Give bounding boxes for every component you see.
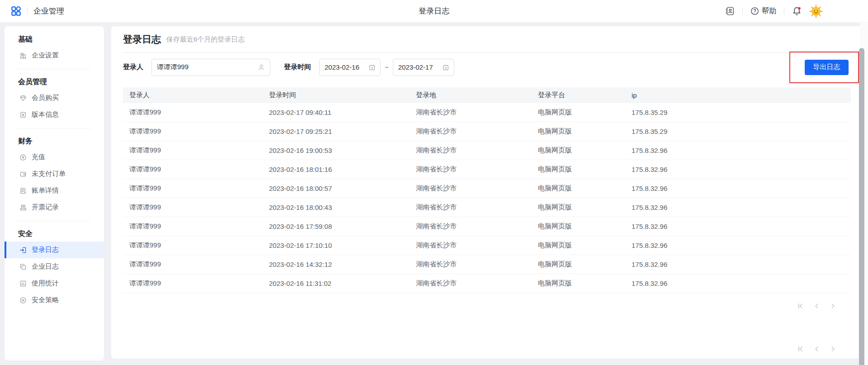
- sidebar-item-label: 企业设置: [32, 51, 59, 60]
- sidebar-item-membership-diamond[interactable]: 会员购买: [5, 90, 104, 106]
- date-start-input[interactable]: [319, 59, 381, 76]
- topbar-divider: [742, 8, 743, 14]
- table-cell: 电脑网页版: [538, 222, 632, 231]
- table-cell: 175.8.32.96: [632, 204, 851, 211]
- table-cell: 175.8.32.96: [632, 223, 851, 230]
- calendar-icon: [443, 64, 449, 71]
- filter-bar: 登录人 登录时间 ~: [123, 53, 851, 81]
- sidebar-item-company-log[interactable]: 企业日志: [5, 258, 104, 275]
- column-header: 登录平台: [538, 91, 632, 100]
- table-row: 谭谭谭9992023-02-16 18:01:16湖南省长沙市电脑网页版175.…: [123, 160, 851, 179]
- main-panel: 登录日志 保存最近6个月的登录日志 登录人 登录时间 ~: [111, 26, 863, 359]
- table-cell: 谭谭谭999: [123, 127, 269, 136]
- table-cell: 谭谭谭999: [123, 165, 269, 174]
- date-start-field[interactable]: [325, 63, 369, 71]
- sidebar-item-login-log[interactable]: 登录日志: [5, 242, 104, 258]
- table-row: 谭谭谭9992023-02-16 14:32:12湖南省长沙市电脑网页版175.…: [123, 255, 851, 274]
- next-page-icon[interactable]: [830, 346, 836, 352]
- sidebar-item-version-info[interactable]: 版本信息: [5, 106, 104, 123]
- table-cell: 电脑网页版: [538, 203, 632, 212]
- sidebar-item-usage-stats[interactable]: 使用统计: [5, 275, 104, 292]
- sidebar-item-bill-details[interactable]: 账单详情: [5, 182, 104, 199]
- table-header: 登录人登录时间登录地登录平台ip: [123, 87, 851, 103]
- page-title: 登录日志: [123, 33, 161, 46]
- help-icon: [750, 7, 759, 15]
- table-cell: 2023-02-16 18:01:16: [269, 166, 416, 173]
- scrollbar-thumb[interactable]: [859, 48, 864, 365]
- main-header: 登录日志 保存最近6个月的登录日志: [123, 26, 851, 53]
- table-cell: 2023-02-16 17:59:08: [269, 223, 416, 230]
- table-cell: 谭谭谭999: [123, 222, 269, 231]
- sidebar-item-label: 安全策略: [32, 296, 59, 304]
- table-cell: 175.8.32.96: [632, 185, 851, 192]
- sidebar-item-invoice-records[interactable]: 开票记录: [5, 199, 104, 216]
- first-page-icon[interactable]: [797, 346, 804, 352]
- table-cell: 谭谭谭999: [123, 260, 269, 269]
- scrollbar-track[interactable]: [860, 23, 868, 365]
- table-row: 谭谭谭9992023-02-16 11:31:02湖南省长沙市电脑网页版175.…: [123, 274, 851, 293]
- table-cell: 2023-02-16 19:00:53: [269, 147, 416, 154]
- login-time-label: 登录时间: [284, 63, 311, 71]
- first-page-icon[interactable]: [797, 303, 804, 309]
- topbar-page-title: 登录日志: [419, 6, 449, 16]
- table-cell: 2023-02-16 18:00:57: [269, 185, 416, 192]
- login-log-table: 登录人登录时间登录地登录平台ip 谭谭谭9992023-02-17 09:40:…: [123, 87, 851, 293]
- column-header: 登录时间: [269, 91, 416, 100]
- usage-stats-icon: [19, 280, 27, 287]
- sidebar-item-recharge[interactable]: 充值: [5, 149, 104, 166]
- table-cell: 电脑网页版: [538, 184, 632, 193]
- notification-dot: [798, 7, 801, 9]
- column-header: ip: [632, 91, 851, 99]
- sidebar-section-heading: 财务: [5, 133, 104, 149]
- table-cell: 湖南省长沙市: [416, 222, 538, 231]
- table-cell: 谭谭谭999: [123, 108, 269, 117]
- table-cell: 湖南省长沙市: [416, 203, 538, 212]
- table-cell: 谭谭谭999: [123, 203, 269, 212]
- sidebar-item-unpaid-orders[interactable]: 未支付订单: [5, 166, 104, 182]
- page-subtitle: 保存最近6个月的登录日志: [166, 35, 245, 44]
- sidebar-section-heading: 会员管理: [5, 74, 104, 90]
- table-cell: 湖南省长沙市: [416, 108, 538, 117]
- login-user-field[interactable]: [157, 63, 258, 71]
- prev-page-icon[interactable]: [813, 346, 820, 352]
- avatar[interactable]: [809, 5, 823, 18]
- date-end-field[interactable]: [398, 63, 443, 71]
- sidebar-item-security-policy[interactable]: 安全策略: [5, 292, 104, 308]
- sidebar-item-label: 会员购买: [32, 94, 59, 102]
- contacts-icon[interactable]: [725, 6, 735, 16]
- table-cell: 电脑网页版: [538, 108, 632, 117]
- table-cell: 电脑网页版: [538, 260, 632, 269]
- invoice-records-icon: [19, 204, 27, 211]
- login-user-input[interactable]: [151, 59, 270, 76]
- table-cell: 谭谭谭999: [123, 241, 269, 250]
- sidebar: 基础企业设置会员管理会员购买版本信息财务充值未支付订单账单详情开票记录安全登录日…: [5, 26, 104, 360]
- pagination-top: [123, 303, 851, 309]
- table-cell: 175.8.32.96: [632, 242, 851, 249]
- help-button[interactable]: 帮助: [750, 6, 776, 16]
- next-page-icon[interactable]: [830, 303, 836, 309]
- apps-grid-icon[interactable]: [11, 6, 21, 16]
- sidebar-item-building[interactable]: 企业设置: [5, 47, 104, 64]
- table-cell: 175.8.35.29: [632, 109, 851, 116]
- table-cell: 2023-02-17 09:25:21: [269, 128, 416, 135]
- table-cell: 湖南省长沙市: [416, 260, 538, 269]
- sidebar-item-label: 账单详情: [32, 186, 59, 195]
- version-info-icon: [19, 111, 27, 119]
- notification-bell-icon[interactable]: [792, 6, 802, 16]
- table-cell: 175.8.32.96: [632, 166, 851, 173]
- calendar-icon: [369, 64, 375, 71]
- table-cell: 湖南省长沙市: [416, 241, 538, 250]
- export-log-button[interactable]: 导出日志: [805, 60, 849, 75]
- recharge-icon: [19, 154, 27, 161]
- date-end-input[interactable]: [393, 59, 454, 76]
- help-label: 帮助: [762, 6, 776, 16]
- table-row: 谭谭谭9992023-02-16 19:00:53湖南省长沙市电脑网页版175.…: [123, 141, 851, 160]
- sidebar-item-label: 使用统计: [32, 279, 59, 288]
- sidebar-item-label: 充值: [32, 153, 45, 161]
- sidebar-divider: [17, 128, 91, 128]
- table-cell: 谭谭谭999: [123, 184, 269, 193]
- prev-page-icon[interactable]: [813, 303, 820, 309]
- bill-details-icon: [19, 187, 27, 194]
- sidebar-item-label: 未支付订单: [32, 170, 66, 178]
- app-title: 企业管理: [33, 6, 64, 16]
